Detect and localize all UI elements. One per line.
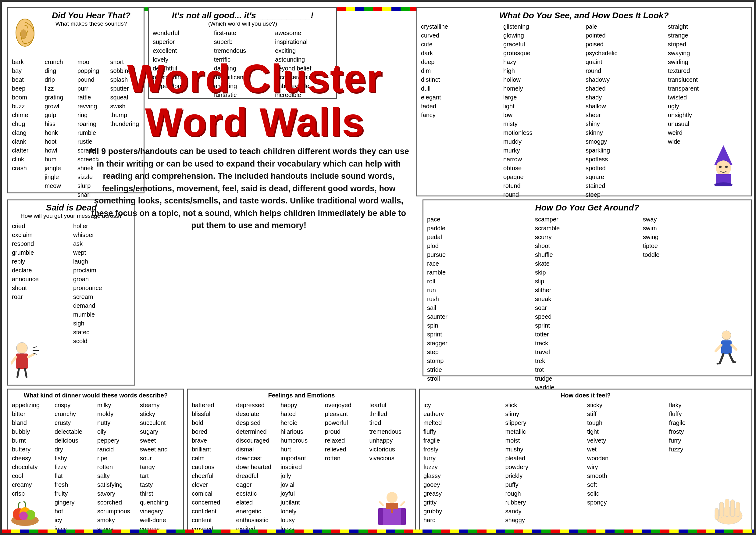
- word-item: superb: [214, 38, 272, 46]
- word-item: creamy: [12, 480, 51, 489]
- word-item: moist: [505, 436, 584, 445]
- svg-point-11: [716, 160, 731, 176]
- word-item: sour: [97, 533, 137, 535]
- word-item: wept: [73, 248, 131, 257]
- svg-line-27: [716, 345, 721, 351]
- word-item: crash: [12, 164, 42, 173]
- word-item: sail: [427, 303, 531, 312]
- word-item: bubbly: [12, 427, 51, 436]
- word-item: thirst quenching: [140, 489, 179, 507]
- svg-point-14: [719, 166, 721, 168]
- bottom-border: [2, 529, 754, 533]
- around-col1: pacepaddlepedalplodpursueraceramblerollr…: [427, 215, 531, 418]
- word-item: succulent: [140, 418, 179, 427]
- feelings-section: Feelings and Emotions batteredblissfulbo…: [187, 389, 416, 532]
- word-item: sneak: [535, 295, 639, 303]
- word-item: victorious: [369, 445, 411, 454]
- word-item: misty: [503, 120, 582, 128]
- word-item: tart: [140, 471, 179, 480]
- word-item: fruity: [55, 489, 94, 498]
- title-line1: Word Cluster: [87, 57, 422, 100]
- word-item: scurry: [535, 233, 639, 241]
- word-item: grotesque: [503, 49, 582, 58]
- word-item: downcast: [236, 454, 278, 463]
- word-item: hard: [423, 516, 502, 525]
- word-item: translucent: [668, 75, 747, 84]
- word-item: icy: [55, 516, 94, 525]
- word-item: whisper: [73, 231, 131, 239]
- word-item: hilarious: [281, 427, 323, 436]
- word-item: growl: [45, 102, 75, 111]
- word-item: eathery: [423, 409, 502, 418]
- svg-line-28: [732, 345, 736, 350]
- word-item: jubilant: [281, 498, 323, 507]
- word-item: moldy: [97, 409, 137, 418]
- word-item: ding: [45, 67, 75, 75]
- word-item: shallow: [585, 102, 665, 111]
- word-item: powerful: [325, 418, 367, 427]
- word-item: sticky: [140, 409, 179, 418]
- word-item: trudge: [535, 374, 639, 383]
- word-item: nutty: [97, 418, 137, 427]
- word-item: exciting: [275, 46, 333, 55]
- word-item: bay: [12, 67, 42, 75]
- svg-point-16: [16, 343, 27, 353]
- word-item: unsightly: [668, 111, 747, 120]
- feelings-col1: batteredblissfulboldboredbravebrilliantc…: [192, 401, 234, 533]
- feelings-col3: happyhatedheroichilarioushumoroushurtimp…: [281, 401, 323, 533]
- word-item: grating: [45, 93, 75, 102]
- word-item: superior: [153, 38, 210, 46]
- word-item: chocolaty: [12, 463, 51, 471]
- word-item: spotted: [585, 164, 665, 173]
- feelings-col2: depresseddesolatedespiseddetermineddisco…: [236, 401, 278, 533]
- word-item: rotund: [503, 182, 582, 190]
- word-item: glowing: [503, 31, 582, 40]
- said-col1: criedexclaimrespondgrumblereplydeclarean…: [12, 222, 69, 346]
- word-item: steep: [585, 190, 665, 199]
- word-item: shadowy: [585, 75, 665, 84]
- svg-rect-48: [719, 502, 724, 517]
- walk-illustration: [711, 330, 748, 373]
- word-item: bored: [192, 427, 234, 436]
- word-item: cautious: [192, 463, 234, 471]
- word-item: twisted: [668, 93, 747, 102]
- word-item: spotless: [585, 155, 665, 164]
- word-item: striped: [668, 40, 747, 49]
- word-item: chug: [12, 120, 42, 128]
- word-item: dull: [421, 84, 500, 93]
- word-item: pace: [427, 215, 531, 224]
- word-item: exclaim: [12, 231, 69, 239]
- word-item: fluffy: [669, 409, 748, 418]
- word-item: hollow: [503, 75, 582, 84]
- word-item: distinct: [421, 75, 500, 84]
- word-item: rubbery: [505, 498, 584, 507]
- word-item: clank: [12, 137, 42, 146]
- word-item: unusual: [668, 120, 747, 128]
- word-item: tremendous: [214, 46, 272, 55]
- feel-subtitle: How does it feel?: [423, 392, 748, 399]
- word-item: calm: [192, 454, 234, 463]
- word-item: steamy: [140, 401, 179, 409]
- word-item: dim: [421, 67, 500, 75]
- word-item: sigh: [73, 319, 131, 328]
- word-item: demand: [73, 301, 131, 310]
- word-item: faded: [421, 102, 500, 111]
- word-item: sweet: [140, 436, 179, 445]
- word-item: tough: [587, 418, 666, 427]
- word-item: transparent: [668, 84, 747, 93]
- word-item: wonderful: [153, 29, 210, 38]
- word-item: motionless: [503, 128, 582, 137]
- hand-illustration: [710, 493, 750, 529]
- word-item: shaded: [585, 84, 665, 93]
- word-item: bark: [12, 58, 42, 67]
- word-item: ripe: [97, 454, 137, 463]
- word-item: beat: [12, 75, 42, 84]
- around-section: How Do You Get Around? pacepaddlepedalpl…: [422, 200, 752, 377]
- word-item: inspired: [281, 463, 323, 471]
- word-item: pedal: [427, 233, 531, 241]
- word-item: toddle: [643, 250, 747, 259]
- word-item: scorched: [97, 498, 137, 507]
- word-item: totter: [535, 330, 639, 339]
- word-item: light: [503, 102, 582, 111]
- word-item: buttery: [12, 445, 51, 454]
